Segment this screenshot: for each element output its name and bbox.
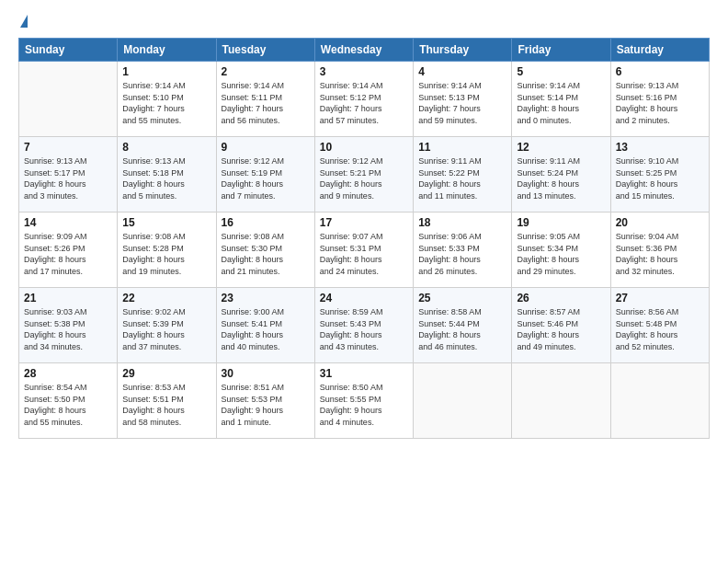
calendar-cell: 1Sunrise: 9:14 AM Sunset: 5:10 PM Daylig…: [118, 62, 216, 137]
day-number: 4: [418, 65, 506, 78]
calendar-week-row: 7Sunrise: 9:13 AM Sunset: 5:17 PM Daylig…: [19, 137, 710, 213]
calendar-header-tuesday: Tuesday: [216, 39, 314, 62]
calendar-cell: 15Sunrise: 9:08 AM Sunset: 5:28 PM Dayli…: [118, 213, 216, 288]
calendar-cell: 19Sunrise: 9:05 AM Sunset: 5:34 PM Dayli…: [512, 213, 610, 288]
calendar-cell: 10Sunrise: 9:12 AM Sunset: 5:21 PM Dayli…: [314, 137, 413, 213]
day-info: Sunrise: 9:13 AM Sunset: 5:16 PM Dayligh…: [616, 80, 704, 126]
day-info: Sunrise: 9:13 AM Sunset: 5:18 PM Dayligh…: [122, 155, 210, 201]
calendar-cell: 29Sunrise: 8:53 AM Sunset: 5:51 PM Dayli…: [118, 363, 216, 439]
day-info: Sunrise: 9:08 AM Sunset: 5:28 PM Dayligh…: [122, 231, 210, 277]
day-number: 8: [122, 141, 210, 154]
day-info: Sunrise: 9:09 AM Sunset: 5:26 PM Dayligh…: [24, 231, 112, 277]
day-info: Sunrise: 9:11 AM Sunset: 5:22 PM Dayligh…: [418, 155, 506, 201]
day-number: 7: [24, 141, 112, 154]
calendar-cell: 2Sunrise: 9:14 AM Sunset: 5:11 PM Daylig…: [216, 62, 314, 137]
day-info: Sunrise: 8:54 AM Sunset: 5:50 PM Dayligh…: [24, 382, 112, 428]
calendar-cell: 12Sunrise: 9:11 AM Sunset: 5:24 PM Dayli…: [512, 137, 610, 213]
day-info: Sunrise: 9:12 AM Sunset: 5:19 PM Dayligh…: [222, 155, 310, 201]
calendar-cell: [19, 62, 118, 137]
calendar-cell: [512, 363, 610, 439]
day-number: 20: [616, 216, 704, 229]
day-info: Sunrise: 9:14 AM Sunset: 5:10 PM Dayligh…: [122, 80, 210, 126]
day-number: 6: [616, 65, 704, 78]
calendar-cell: 6Sunrise: 9:13 AM Sunset: 5:16 PM Daylig…: [610, 62, 709, 137]
day-info: Sunrise: 8:53 AM Sunset: 5:51 PM Dayligh…: [122, 382, 210, 428]
day-number: 5: [517, 65, 605, 78]
calendar-cell: 16Sunrise: 9:08 AM Sunset: 5:30 PM Dayli…: [216, 213, 314, 288]
calendar-cell: 28Sunrise: 8:54 AM Sunset: 5:50 PM Dayli…: [19, 363, 118, 439]
calendar-cell: 3Sunrise: 9:14 AM Sunset: 5:12 PM Daylig…: [314, 62, 413, 137]
calendar-cell: 31Sunrise: 8:50 AM Sunset: 5:55 PM Dayli…: [314, 363, 413, 439]
calendar-cell: 17Sunrise: 9:07 AM Sunset: 5:31 PM Dayli…: [314, 213, 413, 288]
logo: [18, 15, 28, 29]
calendar-header-row: SundayMondayTuesdayWednesdayThursdayFrid…: [19, 39, 710, 62]
calendar-cell: 24Sunrise: 8:59 AM Sunset: 5:43 PM Dayli…: [314, 288, 413, 363]
day-number: 9: [222, 141, 310, 154]
day-number: 3: [320, 65, 408, 78]
day-number: 23: [222, 292, 310, 304]
day-info: Sunrise: 9:10 AM Sunset: 5:25 PM Dayligh…: [616, 155, 704, 201]
calendar-week-row: 28Sunrise: 8:54 AM Sunset: 5:50 PM Dayli…: [19, 363, 710, 439]
calendar-cell: 9Sunrise: 9:12 AM Sunset: 5:19 PM Daylig…: [216, 137, 314, 213]
day-number: 15: [122, 216, 210, 229]
day-info: Sunrise: 9:03 AM Sunset: 5:38 PM Dayligh…: [24, 306, 112, 352]
calendar-table: SundayMondayTuesdayWednesdayThursdayFrid…: [18, 38, 710, 439]
calendar-header-thursday: Thursday: [414, 39, 512, 62]
day-info: Sunrise: 9:02 AM Sunset: 5:39 PM Dayligh…: [122, 306, 210, 352]
page: SundayMondayTuesdayWednesdayThursdayFrid…: [0, 0, 728, 563]
day-number: 16: [222, 216, 310, 229]
calendar-cell: 18Sunrise: 9:06 AM Sunset: 5:33 PM Dayli…: [414, 213, 512, 288]
day-number: 24: [320, 292, 408, 304]
day-info: Sunrise: 9:08 AM Sunset: 5:30 PM Dayligh…: [222, 231, 310, 277]
day-info: Sunrise: 9:07 AM Sunset: 5:31 PM Dayligh…: [320, 231, 408, 277]
day-info: Sunrise: 9:04 AM Sunset: 5:36 PM Dayligh…: [616, 231, 704, 277]
day-info: Sunrise: 9:14 AM Sunset: 5:13 PM Dayligh…: [418, 80, 506, 126]
calendar-cell: 5Sunrise: 9:14 AM Sunset: 5:14 PM Daylig…: [512, 62, 610, 137]
day-number: 13: [616, 141, 704, 154]
day-number: 17: [320, 216, 408, 229]
calendar-cell: 23Sunrise: 9:00 AM Sunset: 5:41 PM Dayli…: [216, 288, 314, 363]
calendar-week-row: 1Sunrise: 9:14 AM Sunset: 5:10 PM Daylig…: [19, 62, 710, 137]
calendar-header-friday: Friday: [512, 39, 610, 62]
calendar-header-sunday: Sunday: [19, 39, 118, 62]
calendar-week-row: 21Sunrise: 9:03 AM Sunset: 5:38 PM Dayli…: [19, 288, 710, 363]
day-number: 30: [222, 367, 310, 380]
calendar-header-saturday: Saturday: [610, 39, 709, 62]
day-number: 28: [24, 367, 112, 380]
header: [18, 15, 710, 29]
day-info: Sunrise: 9:14 AM Sunset: 5:11 PM Dayligh…: [222, 80, 310, 126]
calendar-cell: 11Sunrise: 9:11 AM Sunset: 5:22 PM Dayli…: [414, 137, 512, 213]
day-number: 2: [222, 65, 310, 78]
day-number: 26: [517, 292, 605, 304]
day-number: 25: [418, 292, 506, 304]
calendar-cell: 30Sunrise: 8:51 AM Sunset: 5:53 PM Dayli…: [216, 363, 314, 439]
day-info: Sunrise: 8:50 AM Sunset: 5:55 PM Dayligh…: [320, 382, 408, 428]
day-number: 19: [517, 216, 605, 229]
day-number: 21: [24, 292, 112, 304]
calendar-cell: 26Sunrise: 8:57 AM Sunset: 5:46 PM Dayli…: [512, 288, 610, 363]
day-number: 22: [122, 292, 210, 304]
calendar-cell: 22Sunrise: 9:02 AM Sunset: 5:39 PM Dayli…: [118, 288, 216, 363]
day-number: 12: [517, 141, 605, 154]
calendar-cell: 21Sunrise: 9:03 AM Sunset: 5:38 PM Dayli…: [19, 288, 118, 363]
day-number: 27: [616, 292, 704, 304]
day-info: Sunrise: 9:00 AM Sunset: 5:41 PM Dayligh…: [222, 306, 310, 352]
day-info: Sunrise: 8:58 AM Sunset: 5:44 PM Dayligh…: [418, 306, 506, 352]
day-info: Sunrise: 9:13 AM Sunset: 5:17 PM Dayligh…: [24, 155, 112, 201]
calendar-cell: 20Sunrise: 9:04 AM Sunset: 5:36 PM Dayli…: [610, 213, 709, 288]
day-info: Sunrise: 9:12 AM Sunset: 5:21 PM Dayligh…: [320, 155, 408, 201]
calendar-cell: [610, 363, 709, 439]
day-number: 11: [418, 141, 506, 154]
calendar-cell: 13Sunrise: 9:10 AM Sunset: 5:25 PM Dayli…: [610, 137, 709, 213]
day-number: 18: [418, 216, 506, 229]
day-number: 1: [122, 65, 210, 78]
day-info: Sunrise: 8:57 AM Sunset: 5:46 PM Dayligh…: [517, 306, 605, 352]
day-number: 29: [122, 367, 210, 380]
day-info: Sunrise: 9:05 AM Sunset: 5:34 PM Dayligh…: [517, 231, 605, 277]
calendar-cell: 14Sunrise: 9:09 AM Sunset: 5:26 PM Dayli…: [19, 213, 118, 288]
calendar-week-row: 14Sunrise: 9:09 AM Sunset: 5:26 PM Dayli…: [19, 213, 710, 288]
calendar-cell: [414, 363, 512, 439]
day-info: Sunrise: 9:06 AM Sunset: 5:33 PM Dayligh…: [418, 231, 506, 277]
day-info: Sunrise: 9:14 AM Sunset: 5:14 PM Dayligh…: [517, 80, 605, 126]
calendar-cell: 25Sunrise: 8:58 AM Sunset: 5:44 PM Dayli…: [414, 288, 512, 363]
